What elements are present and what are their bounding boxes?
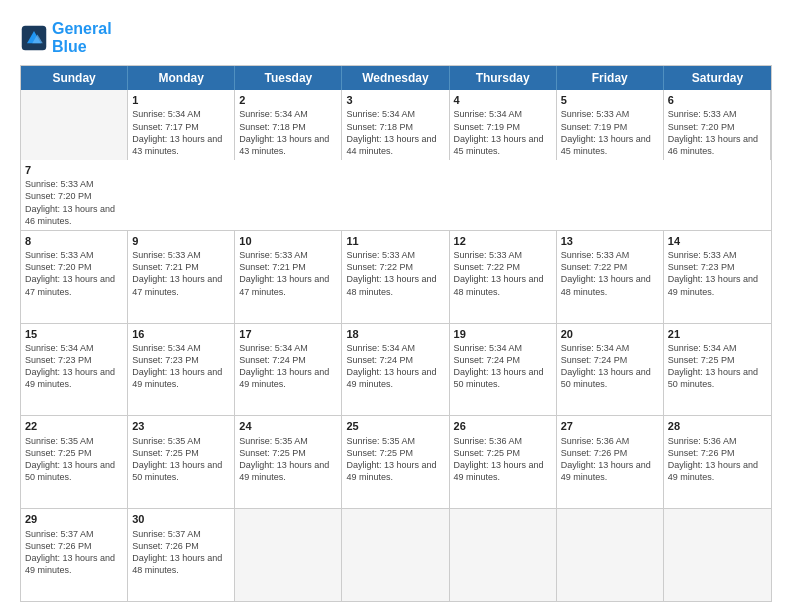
calendar-row-4: 29Sunrise: 5:37 AMSunset: 7:26 PMDayligh…: [21, 508, 771, 601]
calendar-cell: 13Sunrise: 5:33 AMSunset: 7:22 PMDayligh…: [557, 231, 664, 323]
day-number: 8: [25, 234, 123, 248]
day-number: 7: [25, 163, 124, 177]
day-number: 28: [668, 419, 767, 433]
calendar-row-3: 22Sunrise: 5:35 AMSunset: 7:25 PMDayligh…: [21, 415, 771, 508]
day-info: Sunrise: 5:34 AMSunset: 7:18 PMDaylight:…: [346, 108, 444, 157]
day-number: 26: [454, 419, 552, 433]
header-day-tuesday: Tuesday: [235, 66, 342, 90]
header-day-friday: Friday: [557, 66, 664, 90]
calendar-cell: [450, 509, 557, 601]
day-info: Sunrise: 5:34 AMSunset: 7:24 PMDaylight:…: [346, 342, 444, 391]
header: General Blue: [20, 20, 772, 55]
day-info: Sunrise: 5:33 AMSunset: 7:21 PMDaylight:…: [239, 249, 337, 298]
calendar-cell: 8Sunrise: 5:33 AMSunset: 7:20 PMDaylight…: [21, 231, 128, 323]
calendar-cell: 4Sunrise: 5:34 AMSunset: 7:19 PMDaylight…: [450, 90, 557, 160]
day-info: Sunrise: 5:33 AMSunset: 7:21 PMDaylight:…: [132, 249, 230, 298]
day-number: 3: [346, 93, 444, 107]
header-day-monday: Monday: [128, 66, 235, 90]
logo: General Blue: [20, 20, 112, 55]
day-info: Sunrise: 5:36 AMSunset: 7:26 PMDaylight:…: [561, 435, 659, 484]
calendar-cell: [664, 509, 771, 601]
logo-text: General Blue: [52, 20, 112, 55]
day-info: Sunrise: 5:34 AMSunset: 7:23 PMDaylight:…: [25, 342, 123, 391]
day-info: Sunrise: 5:33 AMSunset: 7:20 PMDaylight:…: [25, 178, 124, 227]
day-number: 24: [239, 419, 337, 433]
day-info: Sunrise: 5:34 AMSunset: 7:23 PMDaylight:…: [132, 342, 230, 391]
day-info: Sunrise: 5:33 AMSunset: 7:23 PMDaylight:…: [668, 249, 767, 298]
header-day-sunday: Sunday: [21, 66, 128, 90]
calendar-cell: 9Sunrise: 5:33 AMSunset: 7:21 PMDaylight…: [128, 231, 235, 323]
day-number: 14: [668, 234, 767, 248]
calendar-cell: 12Sunrise: 5:33 AMSunset: 7:22 PMDayligh…: [450, 231, 557, 323]
header-day-thursday: Thursday: [450, 66, 557, 90]
day-number: 20: [561, 327, 659, 341]
calendar-cell: 10Sunrise: 5:33 AMSunset: 7:21 PMDayligh…: [235, 231, 342, 323]
day-info: Sunrise: 5:37 AMSunset: 7:26 PMDaylight:…: [25, 528, 123, 577]
calendar-cell: 1Sunrise: 5:34 AMSunset: 7:17 PMDaylight…: [128, 90, 235, 160]
logo-icon: [20, 24, 48, 52]
calendar-cell: [21, 90, 128, 160]
calendar-cell: 14Sunrise: 5:33 AMSunset: 7:23 PMDayligh…: [664, 231, 771, 323]
day-number: 18: [346, 327, 444, 341]
calendar-cell: 16Sunrise: 5:34 AMSunset: 7:23 PMDayligh…: [128, 324, 235, 416]
day-info: Sunrise: 5:34 AMSunset: 7:25 PMDaylight:…: [668, 342, 767, 391]
calendar-cell: 21Sunrise: 5:34 AMSunset: 7:25 PMDayligh…: [664, 324, 771, 416]
calendar-header: SundayMondayTuesdayWednesdayThursdayFrid…: [21, 66, 771, 90]
day-info: Sunrise: 5:34 AMSunset: 7:24 PMDaylight:…: [454, 342, 552, 391]
day-info: Sunrise: 5:35 AMSunset: 7:25 PMDaylight:…: [25, 435, 123, 484]
day-number: 15: [25, 327, 123, 341]
day-number: 25: [346, 419, 444, 433]
day-number: 10: [239, 234, 337, 248]
day-number: 27: [561, 419, 659, 433]
day-number: 11: [346, 234, 444, 248]
calendar-cell: 19Sunrise: 5:34 AMSunset: 7:24 PMDayligh…: [450, 324, 557, 416]
calendar-cell: 7Sunrise: 5:33 AMSunset: 7:20 PMDaylight…: [21, 160, 128, 230]
calendar-cell: 18Sunrise: 5:34 AMSunset: 7:24 PMDayligh…: [342, 324, 449, 416]
calendar-cell: 11Sunrise: 5:33 AMSunset: 7:22 PMDayligh…: [342, 231, 449, 323]
calendar-cell: 28Sunrise: 5:36 AMSunset: 7:26 PMDayligh…: [664, 416, 771, 508]
day-number: 19: [454, 327, 552, 341]
calendar-cell: 24Sunrise: 5:35 AMSunset: 7:25 PMDayligh…: [235, 416, 342, 508]
day-info: Sunrise: 5:35 AMSunset: 7:25 PMDaylight:…: [132, 435, 230, 484]
day-number: 30: [132, 512, 230, 526]
day-number: 23: [132, 419, 230, 433]
calendar-cell: 30Sunrise: 5:37 AMSunset: 7:26 PMDayligh…: [128, 509, 235, 601]
header-day-wednesday: Wednesday: [342, 66, 449, 90]
calendar-cell: 27Sunrise: 5:36 AMSunset: 7:26 PMDayligh…: [557, 416, 664, 508]
day-info: Sunrise: 5:37 AMSunset: 7:26 PMDaylight:…: [132, 528, 230, 577]
calendar-cell: 22Sunrise: 5:35 AMSunset: 7:25 PMDayligh…: [21, 416, 128, 508]
day-number: 12: [454, 234, 552, 248]
day-number: 13: [561, 234, 659, 248]
day-info: Sunrise: 5:36 AMSunset: 7:26 PMDaylight:…: [668, 435, 767, 484]
day-number: 17: [239, 327, 337, 341]
day-info: Sunrise: 5:35 AMSunset: 7:25 PMDaylight:…: [346, 435, 444, 484]
day-number: 5: [561, 93, 659, 107]
calendar-cell: 17Sunrise: 5:34 AMSunset: 7:24 PMDayligh…: [235, 324, 342, 416]
calendar-row-1: 8Sunrise: 5:33 AMSunset: 7:20 PMDaylight…: [21, 230, 771, 323]
day-info: Sunrise: 5:34 AMSunset: 7:24 PMDaylight:…: [239, 342, 337, 391]
day-number: 29: [25, 512, 123, 526]
day-info: Sunrise: 5:33 AMSunset: 7:20 PMDaylight:…: [668, 108, 766, 157]
calendar-cell: 3Sunrise: 5:34 AMSunset: 7:18 PMDaylight…: [342, 90, 449, 160]
day-info: Sunrise: 5:36 AMSunset: 7:25 PMDaylight:…: [454, 435, 552, 484]
calendar-cell: 23Sunrise: 5:35 AMSunset: 7:25 PMDayligh…: [128, 416, 235, 508]
calendar-cell: 5Sunrise: 5:33 AMSunset: 7:19 PMDaylight…: [557, 90, 664, 160]
calendar-cell: 26Sunrise: 5:36 AMSunset: 7:25 PMDayligh…: [450, 416, 557, 508]
day-info: Sunrise: 5:33 AMSunset: 7:19 PMDaylight:…: [561, 108, 659, 157]
day-info: Sunrise: 5:33 AMSunset: 7:20 PMDaylight:…: [25, 249, 123, 298]
calendar-cell: 15Sunrise: 5:34 AMSunset: 7:23 PMDayligh…: [21, 324, 128, 416]
day-number: 1: [132, 93, 230, 107]
day-info: Sunrise: 5:33 AMSunset: 7:22 PMDaylight:…: [454, 249, 552, 298]
day-number: 21: [668, 327, 767, 341]
calendar-cell: 20Sunrise: 5:34 AMSunset: 7:24 PMDayligh…: [557, 324, 664, 416]
calendar-cell: 6Sunrise: 5:33 AMSunset: 7:20 PMDaylight…: [664, 90, 771, 160]
day-number: 6: [668, 93, 766, 107]
day-info: Sunrise: 5:34 AMSunset: 7:24 PMDaylight:…: [561, 342, 659, 391]
calendar-cell: [557, 509, 664, 601]
day-info: Sunrise: 5:34 AMSunset: 7:19 PMDaylight:…: [454, 108, 552, 157]
calendar-cell: [342, 509, 449, 601]
calendar-cell: 2Sunrise: 5:34 AMSunset: 7:18 PMDaylight…: [235, 90, 342, 160]
day-number: 9: [132, 234, 230, 248]
calendar-cell: 29Sunrise: 5:37 AMSunset: 7:26 PMDayligh…: [21, 509, 128, 601]
calendar-cell: [235, 509, 342, 601]
